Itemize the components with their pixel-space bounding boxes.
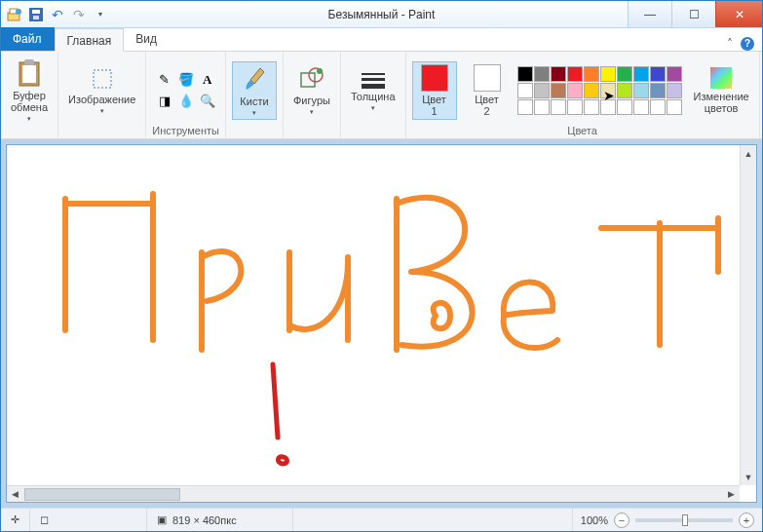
color-swatch[interactable]: [517, 99, 533, 115]
group-clipboard: Буфер обмена ▾: [1, 52, 58, 138]
minimize-button[interactable]: —: [628, 1, 671, 27]
color-swatch[interactable]: [650, 83, 666, 98]
color-swatch[interactable]: [517, 83, 533, 98]
chevron-down-icon: ▾: [27, 115, 31, 123]
save-icon[interactable]: [28, 7, 44, 22]
canvas[interactable]: ▲ ▼ ◀ ▶: [7, 145, 756, 502]
color-swatch[interactable]: [551, 66, 566, 82]
status-bar: ✛ ◻ ▣ 819 × 460пкс 100% − +: [1, 508, 762, 531]
redo-icon[interactable]: ↷: [71, 7, 87, 22]
tab-view[interactable]: Вид: [124, 27, 170, 51]
canvas-size-icon: ▣: [157, 513, 167, 526]
scroll-down-icon[interactable]: ▼: [741, 469, 756, 485]
color-swatch[interactable]: [667, 83, 682, 98]
fill-tool-icon[interactable]: 🪣: [176, 70, 196, 90]
color2-swatch: [474, 64, 501, 92]
maximize-button[interactable]: ☐: [671, 1, 715, 27]
zoom-slider-knob[interactable]: [682, 514, 688, 526]
color-swatch[interactable]: [534, 99, 550, 115]
color2-button[interactable]: Цвет 2: [465, 62, 510, 119]
color-swatch[interactable]: [667, 66, 682, 82]
qat-dropdown-icon[interactable]: ▾: [93, 7, 108, 22]
color-swatch[interactable]: [551, 99, 566, 115]
work-area: ▲ ▼ ◀ ▶: [1, 139, 762, 508]
color-swatch[interactable]: [551, 83, 566, 98]
color-swatch[interactable]: [534, 66, 550, 82]
color-swatch[interactable]: [600, 66, 616, 82]
undo-icon[interactable]: ↶: [50, 7, 65, 22]
scroll-right-icon[interactable]: ▶: [723, 489, 740, 499]
color-swatch[interactable]: [584, 66, 599, 82]
color-swatch[interactable]: [567, 83, 583, 98]
group-thickness: Толщина ▾: [341, 52, 406, 138]
group-shapes: Фигуры ▾: [284, 52, 341, 138]
thickness-button[interactable]: Толщина ▾: [347, 67, 400, 114]
colors-section-label: Цвета: [567, 125, 597, 136]
scroll-left-icon[interactable]: ◀: [7, 489, 23, 499]
canvas-size-label: 819 × 460пкс: [172, 514, 237, 526]
group-tools: ✎ 🪣 A ◨ 💧 🔍 Инструменты: [146, 52, 226, 138]
horizontal-scrollbar[interactable]: ◀ ▶: [7, 485, 740, 502]
color-swatch[interactable]: [600, 99, 616, 115]
svg-rect-10: [301, 73, 315, 87]
image-select-button[interactable]: Изображение ▾: [64, 64, 139, 117]
drawing-content: [7, 145, 747, 476]
svg-point-12: [317, 68, 323, 74]
tab-file[interactable]: Файл: [1, 27, 55, 51]
shapes-button[interactable]: Фигуры ▾: [289, 63, 334, 118]
color-swatch[interactable]: [633, 83, 649, 98]
ribbon-tabs: Файл Главная Вид ˄ ?: [1, 28, 762, 52]
chevron-down-icon: ▾: [252, 109, 256, 117]
color-swatch[interactable]: [517, 66, 533, 82]
vertical-scrollbar[interactable]: ▲ ▼: [740, 145, 756, 485]
color-swatch[interactable]: [617, 83, 632, 98]
title-bar: ↶ ↷ ▾ Безымянный - Paint — ☐ ✕: [1, 1, 762, 28]
group-image: Изображение ▾: [58, 52, 146, 138]
color-swatch[interactable]: [600, 83, 616, 98]
picker-tool-icon[interactable]: 💧: [176, 92, 196, 111]
tab-home[interactable]: Главная: [55, 28, 125, 52]
svg-rect-7: [22, 65, 36, 83]
color-swatch[interactable]: [650, 99, 666, 115]
color-swatch[interactable]: [584, 83, 599, 98]
pencil-tool-icon[interactable]: ✎: [155, 70, 174, 90]
chevron-down-icon: ▾: [100, 107, 104, 115]
color-palette: [517, 66, 682, 115]
ribbon-collapse-icon[interactable]: ˄: [727, 37, 733, 51]
color-swatch[interactable]: [567, 99, 583, 115]
color-swatch[interactable]: [633, 66, 649, 82]
svg-point-2: [16, 9, 21, 15]
scroll-up-icon[interactable]: ▲: [741, 145, 756, 162]
color1-swatch: [421, 64, 448, 92]
selection-icon: ◻: [40, 513, 49, 526]
brushes-button[interactable]: Кисти ▾: [232, 61, 277, 120]
zoom-controls: 100% − +: [573, 513, 762, 528]
color-swatch[interactable]: [650, 66, 666, 82]
color1-button[interactable]: Цвет 1: [412, 61, 457, 120]
help-icon[interactable]: ?: [741, 37, 754, 51]
app-icon: [7, 7, 22, 22]
zoom-slider[interactable]: [635, 518, 733, 522]
color-swatch[interactable]: [534, 83, 550, 98]
color-swatch[interactable]: [667, 99, 682, 115]
color-swatch[interactable]: [633, 99, 649, 115]
zoom-out-button[interactable]: −: [614, 513, 629, 528]
color-swatch[interactable]: [584, 99, 599, 115]
svg-rect-9: [94, 70, 111, 88]
color-swatch[interactable]: [617, 99, 632, 115]
svg-rect-5: [33, 16, 39, 19]
zoom-tool-icon[interactable]: 🔍: [198, 92, 217, 111]
canvas-size-cell: ▣ 819 × 460пкс: [147, 509, 293, 531]
scrollbar-thumb[interactable]: [24, 488, 180, 501]
zoom-in-button[interactable]: +: [739, 513, 754, 528]
eraser-tool-icon[interactable]: ◨: [155, 92, 174, 111]
edit-colors-button[interactable]: Изменение цветов: [690, 65, 753, 116]
close-button[interactable]: ✕: [715, 1, 762, 27]
tools-section-label: Инструменты: [152, 125, 219, 136]
group-colors: Цвет 1 Цвет 2 Изменение цветов Цвета ➤: [406, 52, 760, 138]
clipboard-button[interactable]: Буфер обмена ▾: [7, 57, 52, 125]
text-tool-icon[interactable]: A: [198, 70, 217, 90]
window-controls: — ☐ ✕: [628, 1, 762, 27]
color-swatch[interactable]: [567, 66, 583, 82]
color-swatch[interactable]: [617, 66, 632, 82]
